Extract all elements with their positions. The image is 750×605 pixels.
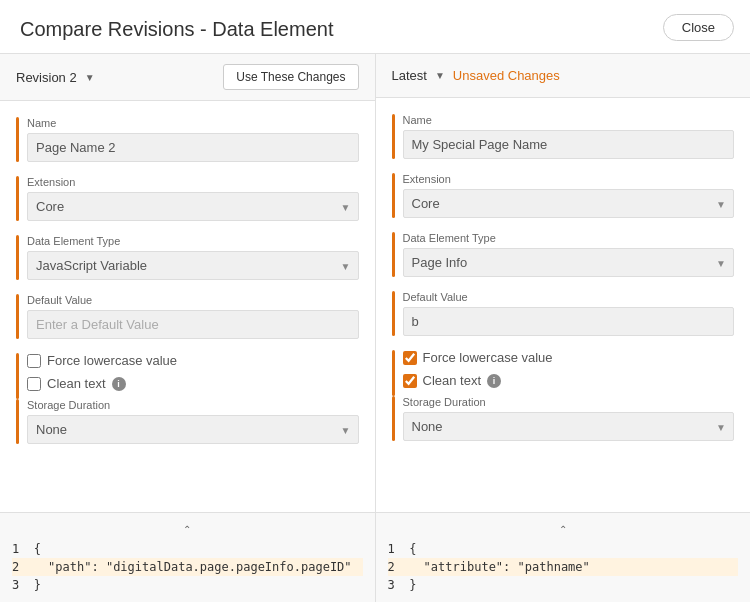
left-force-lowercase-label: Force lowercase value (47, 353, 177, 368)
right-clean-text-checkbox[interactable] (403, 374, 417, 388)
left-name-label: Name (27, 117, 359, 129)
left-name-input[interactable] (27, 133, 359, 162)
right-extension-field: Extension Core ▼ (392, 173, 735, 218)
left-storage-select-wrapper: None ▼ (27, 415, 359, 444)
right-col-body: Name Extension Core ▼ (376, 98, 751, 512)
right-name-field: Name (392, 114, 735, 159)
left-storage-duration-field: Storage Duration None ▼ (16, 399, 359, 444)
left-extension-field: Extension Core ▼ (16, 176, 359, 221)
right-clean-text-label: Clean text (423, 373, 482, 388)
right-revision-chevron-icon[interactable]: ▼ (435, 70, 445, 81)
right-type-change-bar (392, 232, 395, 277)
left-extension-change-bar (16, 176, 19, 221)
right-default-change-bar (392, 291, 395, 336)
left-default-label: Default Value (27, 294, 359, 306)
use-changes-button[interactable]: Use These Changes (223, 64, 358, 90)
left-clean-text-label: Clean text (47, 376, 106, 391)
left-name-field: Name (16, 117, 359, 162)
right-force-lowercase-label: Force lowercase value (423, 350, 553, 365)
left-code-line-1: 1 { (12, 540, 363, 558)
left-clean-text-field: Clean text i (27, 376, 359, 391)
right-storage-duration-field: Storage Duration None ▼ (392, 396, 735, 441)
left-code-footer: ⌃ 1 { 2 "path": "digitalData.page.pageIn… (0, 512, 375, 602)
left-force-change-bar (16, 353, 19, 399)
right-force-lowercase-checkbox[interactable] (403, 351, 417, 365)
left-type-change-bar (16, 235, 19, 280)
left-default-value-field: Default Value (16, 294, 359, 339)
left-default-input[interactable] (27, 310, 359, 339)
right-column: Latest ▼ Unsaved Changes Name Extension (376, 54, 751, 602)
right-storage-select[interactable]: None (403, 412, 735, 441)
left-force-lowercase-checkbox[interactable] (27, 354, 41, 368)
right-type-select-wrapper: Page Info ▼ (403, 248, 735, 277)
left-storage-change-bar (16, 399, 19, 444)
right-expand-button[interactable]: ⌃ (559, 524, 567, 535)
right-extension-change-bar (392, 173, 395, 218)
left-expand-button[interactable]: ⌃ (183, 524, 191, 535)
right-type-select[interactable]: Page Info (403, 248, 735, 277)
left-name-change-bar (16, 117, 19, 162)
left-extension-select-wrapper: Core ▼ (27, 192, 359, 221)
left-data-element-type-field: Data Element Type JavaScript Variable ▼ (16, 235, 359, 280)
left-storage-select[interactable]: None (27, 415, 359, 444)
left-col-body: Name Extension Core ▼ (0, 101, 375, 512)
right-force-lowercase-row: Force lowercase value Clean text i (392, 350, 735, 396)
left-column: Revision 2 ▼ Use These Changes Name Exte… (0, 54, 376, 602)
left-type-select-wrapper: JavaScript Variable ▼ (27, 251, 359, 280)
right-data-element-type-field: Data Element Type Page Info ▼ (392, 232, 735, 277)
left-col-header: Revision 2 ▼ Use These Changes (0, 54, 375, 101)
right-storage-label: Storage Duration (403, 396, 735, 408)
left-force-lowercase-field: Force lowercase value (27, 353, 359, 368)
revision-chevron-icon[interactable]: ▼ (85, 72, 95, 83)
left-code-line-2: 2 "path": "digitalData.page.pageInfo.pag… (12, 558, 363, 576)
revision-label: Revision 2 (16, 70, 77, 85)
left-force-lowercase-row: Force lowercase value Clean text i (16, 353, 359, 399)
right-clean-text-info-icon[interactable]: i (487, 374, 501, 388)
right-clean-text-field: Clean text i (403, 373, 735, 388)
right-default-label: Default Value (403, 291, 735, 303)
unsaved-changes-label: Unsaved Changes (453, 68, 560, 83)
right-name-input[interactable] (403, 130, 735, 159)
right-extension-label: Extension (403, 173, 735, 185)
left-extension-select[interactable]: Core (27, 192, 359, 221)
right-force-lowercase-field: Force lowercase value (403, 350, 735, 365)
right-col-header: Latest ▼ Unsaved Changes (376, 54, 751, 98)
right-code-line-1: 1 { (388, 540, 739, 558)
close-button[interactable]: Close (663, 14, 734, 41)
left-clean-text-info-icon[interactable]: i (112, 377, 126, 391)
right-name-label: Name (403, 114, 735, 126)
left-clean-text-checkbox[interactable] (27, 377, 41, 391)
left-code-line-3: 3 } (12, 576, 363, 594)
right-code-line-3: 3 } (388, 576, 739, 594)
left-type-label: Data Element Type (27, 235, 359, 247)
page-title: Compare Revisions - Data Element (0, 0, 750, 54)
right-storage-change-bar (392, 396, 395, 441)
left-extension-label: Extension (27, 176, 359, 188)
right-default-value-field: Default Value (392, 291, 735, 336)
left-default-change-bar (16, 294, 19, 339)
right-storage-select-wrapper: None ▼ (403, 412, 735, 441)
right-default-input[interactable] (403, 307, 735, 336)
right-extension-select[interactable]: Core (403, 189, 735, 218)
right-code-footer: ⌃ 1 { 2 "attribute": "pathname" 3 } (376, 512, 751, 602)
right-extension-select-wrapper: Core ▼ (403, 189, 735, 218)
right-code-line-2: 2 "attribute": "pathname" (388, 558, 739, 576)
left-storage-label: Storage Duration (27, 399, 359, 411)
left-footer-expand: ⌃ (12, 519, 363, 540)
right-force-change-bar (392, 350, 395, 396)
right-name-change-bar (392, 114, 395, 159)
right-footer-expand: ⌃ (388, 519, 739, 540)
left-type-select[interactable]: JavaScript Variable (27, 251, 359, 280)
right-revision-label: Latest (392, 68, 427, 83)
right-type-label: Data Element Type (403, 232, 735, 244)
